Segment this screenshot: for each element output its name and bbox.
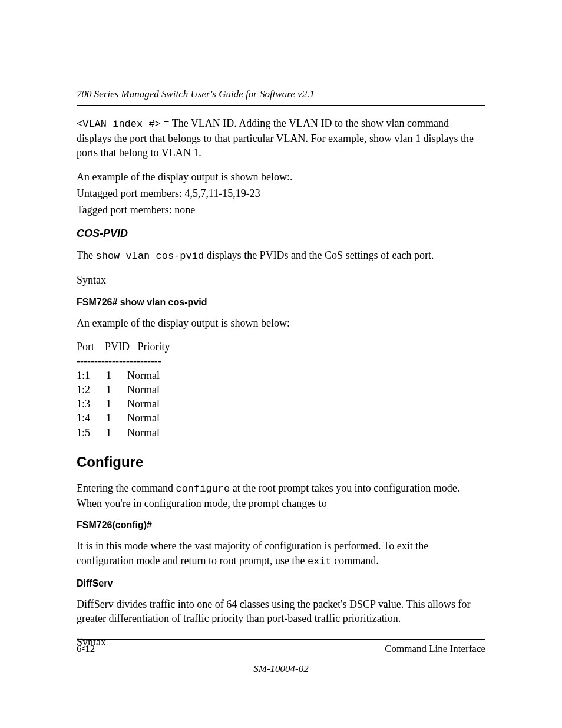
vlan-index-code: <VLAN index #> (77, 118, 161, 130)
untagged-members-line: Untagged port members: 4,5,7,11-15,19-23 (77, 186, 485, 200)
cos-pvid-heading: COS-PVID (77, 228, 485, 240)
output-table: Port PVID Priority ---------------------… (77, 340, 485, 440)
page-footer: 6-12 Command Line Interface SM-10004-02 (77, 639, 485, 675)
syntax-label-1: Syntax (77, 273, 485, 287)
table-separator: ------------------------ (77, 355, 161, 367)
cos-pvid-intro-pre: The (77, 249, 95, 261)
config-mode-paragraph: It is in this mode where the vast majori… (77, 539, 485, 568)
table-header-row: Port PVID Priority (77, 341, 170, 353)
table-row: 1:2 1 Normal (77, 384, 160, 396)
table-row: 1:1 1 Normal (77, 370, 160, 381)
configure-cmd: configure (176, 483, 230, 495)
exit-cmd: exit (308, 556, 332, 567)
config-prompt: FSM726(config)# (77, 520, 485, 531)
header-rule (77, 105, 485, 106)
configure-heading: Configure (77, 454, 485, 470)
cos-pvid-intro: The show vlan cos-pvid displays the PVID… (77, 248, 485, 263)
document-id: SM-10004-02 (77, 663, 485, 675)
page-number: 6-12 (77, 643, 95, 655)
footer-rule (77, 639, 485, 640)
config-mode-post: command. (332, 555, 379, 566)
configure-intro-pre: Entering the command (77, 482, 176, 494)
cos-pvid-syntax-command: FSM726# show vlan cos-pvid (77, 297, 485, 308)
table-row: 1:3 1 Normal (77, 398, 160, 410)
diffserv-paragraph: DiffServ divides traffic into one of 64 … (77, 597, 485, 626)
configure-intro: Entering the command configure at the ro… (77, 481, 485, 510)
table-row: 1:4 1 Normal (77, 412, 160, 424)
diffserv-heading: DiffServ (77, 578, 485, 589)
cos-pvid-intro-post: displays the PVIDs and the CoS settings … (204, 249, 434, 261)
example-intro-line: An example of the display output is show… (77, 170, 485, 184)
running-header: 700 Series Managed Switch User's Guide f… (77, 88, 485, 100)
tagged-members-line: Tagged port members: none (77, 203, 485, 217)
vlan-index-paragraph: <VLAN index #> = The VLAN ID. Adding the… (77, 116, 485, 160)
table-row: 1:5 1 Normal (77, 427, 160, 439)
cos-pvid-example-intro: An example of the display output is show… (77, 316, 485, 330)
cos-pvid-cmd: show vlan cos-pvid (95, 251, 204, 262)
page: 700 Series Managed Switch User's Guide f… (0, 0, 562, 728)
footer-section-title: Command Line Interface (385, 643, 485, 655)
